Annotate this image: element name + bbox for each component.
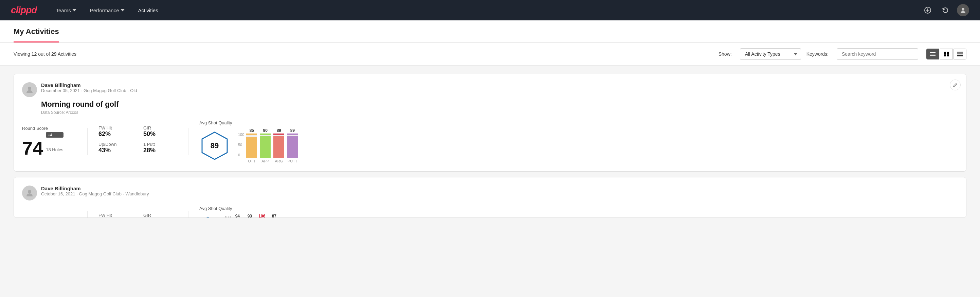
activity-title: Morning round of golf (41, 100, 958, 109)
bar-app-2: 93 (245, 214, 255, 218)
avg-shot-quality-section-2: Avg Shot Quality 100 94 (199, 206, 958, 218)
gir-label: GIR (143, 125, 177, 131)
one-putt-value: 28% (143, 147, 177, 154)
avatar (22, 82, 37, 97)
svg-point-14 (28, 87, 31, 90)
nav-performance[interactable]: Performance (84, 5, 130, 16)
activity-card-2: Dave Billingham October 16, 2021 · Gog M… (14, 177, 966, 218)
stats-group: FW Hit 62% Up/Down 43% GIR 50% 1 Putt (99, 125, 177, 158)
filters-bar: Viewing 12 out of 29 Activities Show: Al… (0, 43, 980, 65)
add-button[interactable] (921, 4, 934, 16)
svg-point-16 (28, 190, 31, 193)
fw-hit-label-2: FW Hit (99, 213, 132, 218)
bar-chart: 100 50 0 85 OTT (238, 128, 298, 163)
edit-button[interactable] (950, 80, 961, 90)
avg-shot-label-2: Avg Shot Quality (199, 206, 958, 211)
bar-arg-2: 106 (257, 214, 267, 218)
svg-rect-12 (957, 54, 963, 55)
y2-label-100: 100 (224, 215, 231, 218)
avatar-2 (22, 185, 37, 201)
stats-group-2: FW Hit 43% GIR 56% (99, 213, 177, 218)
user-name-2: Dave Billingham (41, 185, 149, 191)
view-grid-button[interactable] (940, 49, 953, 59)
bar-chart-2: 100 94 93 (224, 214, 279, 218)
fw-hit-value: 62% (99, 131, 132, 137)
hexagon-wrap-2 (199, 216, 216, 218)
svg-point-3 (962, 8, 964, 11)
hexagon-icon-2 (199, 216, 216, 218)
avg-shot-quality-section: Avg Shot Quality 89 100 50 (199, 120, 958, 163)
y-label-0: 0 (238, 153, 244, 157)
fw-hit-group: FW Hit 62% Up/Down 43% (99, 125, 132, 158)
page-title: My Activities (14, 21, 59, 43)
search-input[interactable] (837, 48, 918, 60)
svg-rect-13 (957, 55, 963, 56)
view-list-button[interactable] (953, 49, 966, 59)
keywords-label: Keywords: (807, 51, 829, 57)
dense-list-icon (930, 51, 935, 57)
y-label-50: 50 (238, 143, 244, 147)
show-label: Show: (719, 51, 732, 57)
list-icon (957, 51, 963, 57)
svg-rect-10 (947, 54, 949, 56)
activity-card: Dave Billingham December 05, 2021 · Gog … (14, 74, 966, 172)
user-meta: December 05, 2021 · Gog Magog Golf Club … (41, 88, 137, 93)
gir-group: GIR 50% 1 Putt 28% (143, 125, 177, 158)
svg-rect-9 (944, 54, 946, 56)
fw-hit-label: FW Hit (99, 125, 132, 131)
divider-3 (87, 211, 88, 218)
svg-rect-5 (930, 54, 935, 54)
logo[interactable]: clippd (11, 5, 37, 16)
refresh-button[interactable] (939, 4, 951, 16)
fw-hit-group-2: FW Hit 43% (99, 213, 132, 218)
divider (87, 128, 88, 155)
avg-shot-label: Avg Shot Quality (199, 120, 958, 125)
grid-icon (943, 51, 949, 57)
gir-value: 50% (143, 131, 177, 137)
svg-marker-17 (201, 217, 215, 218)
data-source: Data Source: Arccos (41, 110, 958, 115)
svg-rect-11 (957, 52, 963, 53)
round-score-label: Round Score (22, 126, 76, 131)
activity-type-select[interactable]: All Activity Types (740, 48, 801, 60)
updown-label: Up/Down (99, 142, 132, 147)
user-meta-2: October 16, 2021 · Gog Magog Golf Club -… (41, 191, 149, 196)
view-dense-list-button[interactable] (926, 49, 939, 59)
bar-arg: 89 ARG (274, 128, 284, 163)
holes-text: 18 Holes (46, 147, 63, 152)
gir-label-2: GIR (143, 213, 177, 218)
bar-putt-2: 87 (269, 214, 279, 218)
gir-value-2: 56% (143, 218, 177, 218)
hexagon-wrap: 89 (199, 131, 230, 161)
activity-type-select-wrap: All Activity Types (740, 48, 801, 60)
viewing-count-text: Viewing 12 out of 29 Activities (14, 51, 713, 57)
fw-hit-value-2: 43% (99, 218, 132, 218)
bar-app: 90 APP (260, 128, 270, 163)
user-avatar-button[interactable] (957, 4, 969, 16)
nav-teams[interactable]: Teams (50, 5, 81, 16)
y-label-100: 100 (238, 133, 244, 137)
gir-group-2: GIR 56% (143, 213, 177, 218)
nav-links: Teams Performance Activities (50, 5, 921, 16)
updown-value: 43% (99, 147, 132, 154)
round-score-label-2: Round Score (22, 216, 76, 218)
hex-value: 89 (210, 141, 219, 150)
activities-content: Dave Billingham December 05, 2021 · Gog … (0, 65, 980, 232)
view-toggles (926, 49, 966, 59)
nav-activities[interactable]: Activities (133, 5, 164, 16)
bar-ott-2: 94 (232, 214, 242, 218)
user-name: Dave Billingham (41, 82, 137, 88)
round-score-section-2: Round Score (22, 216, 76, 218)
bar-putt: 89 PUTT (287, 128, 298, 163)
svg-rect-4 (930, 52, 935, 53)
one-putt-label: 1 Putt (143, 142, 177, 147)
page-header: My Activities (0, 21, 980, 43)
score-value: 74 (22, 139, 43, 158)
divider-4 (188, 211, 188, 218)
round-score-section: Round Score 74 +4 18 Holes (22, 126, 76, 158)
nav-actions (921, 4, 969, 16)
svg-rect-8 (947, 52, 949, 54)
bar-ott: 85 OTT (246, 128, 257, 163)
divider-2 (188, 128, 188, 155)
score-badge: +4 (46, 132, 63, 137)
